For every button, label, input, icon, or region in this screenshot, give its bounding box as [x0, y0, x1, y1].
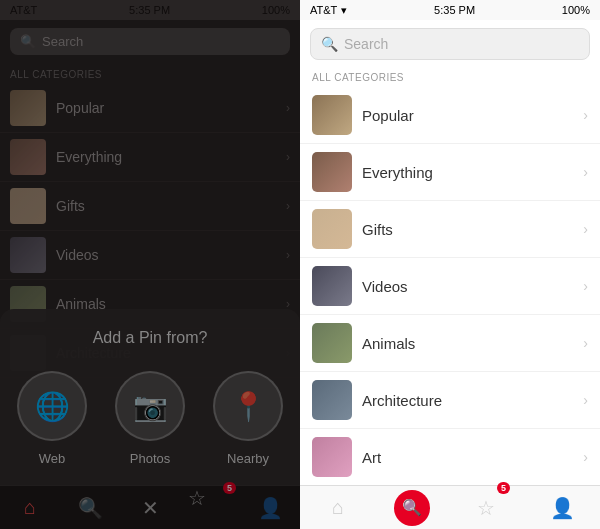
- category-thumb: [312, 380, 352, 420]
- category-name: Gifts: [362, 221, 573, 238]
- chevron-right-icon: ›: [583, 335, 588, 351]
- category-thumb: [312, 437, 352, 477]
- left-tab-search[interactable]: 🔍: [68, 486, 112, 530]
- list-item[interactable]: Everything ›: [300, 144, 600, 201]
- right-notification-badge: 5: [497, 482, 510, 494]
- list-item[interactable]: Popular ›: [300, 87, 600, 144]
- right-tab-profile[interactable]: 👤: [542, 486, 582, 530]
- chevron-right-icon: ›: [583, 392, 588, 408]
- left-tab-home[interactable]: ⌂: [8, 486, 52, 530]
- location-icon: 📍: [213, 371, 283, 441]
- nearby-label: Nearby: [227, 451, 269, 466]
- status-right: 100%: [562, 4, 590, 16]
- right-tab-home[interactable]: ⌂: [318, 486, 358, 530]
- chevron-right-icon: ›: [583, 107, 588, 123]
- right-time: 5:35 PM: [434, 4, 475, 16]
- add-pin-photos-option[interactable]: 📷 Photos: [115, 371, 185, 466]
- right-search-bar[interactable]: 🔍 Search: [310, 28, 590, 60]
- right-battery: 100%: [562, 4, 590, 16]
- list-item[interactable]: Gifts ›: [300, 201, 600, 258]
- right-tab-search[interactable]: 🔍: [394, 490, 430, 526]
- right-bottom-bar: ⌂ 🔍 ☆ 5 👤: [300, 485, 600, 529]
- left-panel: AT&T 5:35 PM 100% 🔍 Search ALL CATEGORIE…: [0, 0, 300, 529]
- status-left: AT&T ▾: [310, 4, 347, 17]
- list-item[interactable]: Animals ›: [300, 315, 600, 372]
- right-carrier: AT&T: [310, 4, 337, 16]
- photos-label: Photos: [130, 451, 170, 466]
- notification-badge: 5: [223, 482, 236, 494]
- add-pin-web-option[interactable]: 🌐 Web: [17, 371, 87, 466]
- category-thumb: [312, 323, 352, 363]
- right-wifi-icon: ▾: [341, 4, 347, 17]
- category-thumb: [312, 152, 352, 192]
- chevron-right-icon: ›: [583, 164, 588, 180]
- category-name: Animals: [362, 335, 573, 352]
- add-pin-nearby-option[interactable]: 📍 Nearby: [213, 371, 283, 466]
- left-bottom-bar: ⌂ 🔍 ✕ ☆ 5 👤: [0, 485, 300, 529]
- web-icon: 🌐: [17, 371, 87, 441]
- chevron-right-icon: ›: [583, 278, 588, 294]
- left-tab-close[interactable]: ✕: [128, 486, 172, 530]
- right-panel: AT&T ▾ 5:35 PM 100% 🔍 Search ALL CATEGOR…: [300, 0, 600, 529]
- list-item[interactable]: Art ›: [300, 429, 600, 485]
- camera-icon: 📷: [115, 371, 185, 441]
- right-section-label: ALL CATEGORIES: [300, 68, 600, 87]
- right-search-icon: 🔍: [321, 36, 338, 52]
- category-thumb: [312, 209, 352, 249]
- category-thumb: [312, 266, 352, 306]
- category-name: Popular: [362, 107, 573, 124]
- chevron-right-icon: ›: [583, 449, 588, 465]
- list-item[interactable]: Architecture ›: [300, 372, 600, 429]
- right-search-placeholder: Search: [344, 36, 388, 52]
- add-pin-options: 🌐 Web 📷 Photos 📍 Nearby: [17, 371, 283, 466]
- category-name: Videos: [362, 278, 573, 295]
- chevron-right-icon: ›: [583, 221, 588, 237]
- list-item[interactable]: Videos ›: [300, 258, 600, 315]
- web-label: Web: [39, 451, 66, 466]
- category-thumb: [312, 95, 352, 135]
- category-name: Everything: [362, 164, 573, 181]
- category-name: Architecture: [362, 392, 573, 409]
- left-tab-profile[interactable]: 👤: [248, 486, 292, 530]
- left-tab-notifications[interactable]: ☆ 5: [188, 486, 232, 530]
- right-category-list: Popular › Everything › Gifts › Videos › …: [300, 87, 600, 485]
- right-status-bar: AT&T ▾ 5:35 PM 100%: [300, 0, 600, 20]
- right-tab-notifications[interactable]: ☆ 5: [466, 486, 506, 530]
- add-pin-title: Add a Pin from?: [93, 329, 208, 347]
- category-name: Art: [362, 449, 573, 466]
